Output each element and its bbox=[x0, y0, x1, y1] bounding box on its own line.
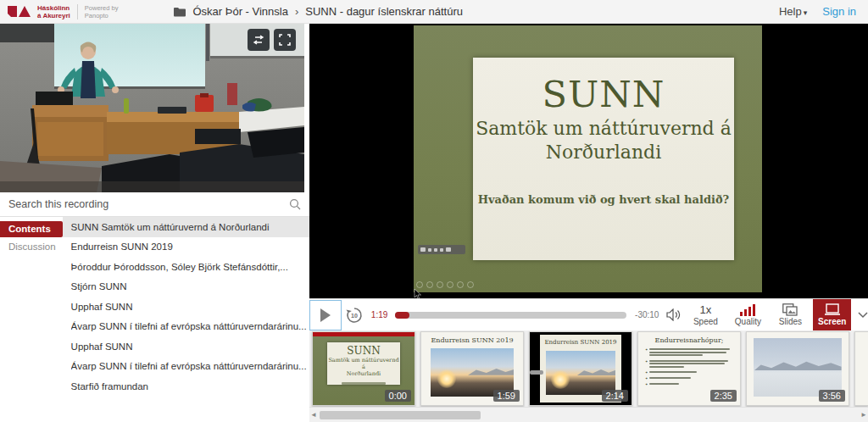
nav-dot bbox=[416, 281, 423, 288]
breadcrumb: Óskar Þór - Vinnsla › SUNN - dagur íslen… bbox=[174, 5, 463, 18]
thumbnail-sunset-photo bbox=[546, 351, 616, 395]
chapter-row[interactable]: Ávarp SUNN í tilefni af evrópska náttúru… bbox=[63, 317, 347, 337]
tab-discussion[interactable]: Discussion bbox=[0, 239, 63, 255]
play-button[interactable] bbox=[309, 300, 342, 330]
breadcrumb-folder-link[interactable]: Óskar Þór - Vinnsla bbox=[192, 5, 287, 18]
thumbnail-slide-title: Endurreisnarhópur; bbox=[638, 336, 740, 344]
nav-dot bbox=[426, 281, 433, 288]
thumbnail-slide-card: SUNN Samtök um náttúruvernd á Norðurland… bbox=[327, 342, 400, 385]
volume-icon bbox=[666, 308, 682, 321]
volume-button[interactable] bbox=[664, 308, 684, 321]
thumbnail-slide-textline bbox=[342, 382, 386, 385]
screen-stream-button[interactable]: Screen bbox=[813, 299, 851, 331]
scroll-right-arrow[interactable]: ► bbox=[860, 411, 868, 419]
university-logo[interactable]: Háskólinn á Akureyri Powered by Panopto bbox=[0, 4, 118, 19]
screen-label: Screen bbox=[818, 317, 846, 326]
chapter-title: Starfið framundan bbox=[71, 381, 307, 391]
thumbnail-timestamp: 2:35 bbox=[710, 390, 737, 402]
speed-control[interactable]: 1x Speed bbox=[690, 304, 721, 326]
chapter-title: Ávarp SUNN í tilefni af evrópska náttúru… bbox=[71, 361, 307, 371]
chapter-row[interactable]: Ávarp SUNN í tilefni af evrópska náttúru… bbox=[63, 357, 347, 377]
chapter-title: SUNN Samtök um náttúruvernd á Norðurland… bbox=[71, 222, 312, 232]
chapter-title: Upphaf SUNN bbox=[71, 341, 312, 352]
powered-by-panopto: Powered by Panopto bbox=[85, 4, 119, 19]
current-slide-video: SUNN Samtök um náttúruvernd á Norðurland… bbox=[414, 25, 762, 292]
slides-control[interactable]: Slides bbox=[775, 303, 805, 326]
selected-indicator bbox=[313, 332, 415, 336]
filmstrip-thumbnail[interactable]: Endurreisnarhópur; ✦ ✦ ✦ ✦ ✦ 2:35 bbox=[637, 331, 741, 406]
thumbnail-winter-photo bbox=[754, 338, 841, 397]
quality-label: Quality bbox=[735, 317, 761, 326]
progress-bar[interactable] bbox=[395, 312, 626, 319]
playback-controls: 10 1:19 -30:10 1x Speed Quali bbox=[309, 298, 868, 330]
speed-label: Speed bbox=[693, 317, 718, 326]
scrollbar-thumb[interactable] bbox=[320, 411, 481, 419]
breadcrumb-current-session: SUNN - dagur íslenskrar náttúru bbox=[305, 5, 463, 18]
current-time: 1:19 bbox=[371, 310, 389, 319]
presentation-mini-toolbar bbox=[418, 245, 465, 254]
slide-question: Hvaðan komum við og hvert skal haldið? bbox=[478, 193, 729, 206]
slide-subtitle: Samtök um náttúruvernd á Norðurlandi bbox=[473, 117, 734, 164]
scroll-left-arrow[interactable]: ◄ bbox=[309, 411, 318, 419]
chapter-row[interactable]: Þóroddur Þóroddsson, Sóley Björk Stefáns… bbox=[63, 257, 347, 277]
contents-area: Contents Discussion SUNN Samtök um náttú… bbox=[0, 217, 309, 422]
slide-filmstrip: SUNN Samtök um náttúruvernd á Norðurland… bbox=[309, 330, 868, 407]
screen-icon bbox=[824, 303, 841, 316]
filmstrip-thumbnail[interactable]: 3:56 bbox=[746, 331, 849, 406]
search-input[interactable] bbox=[0, 192, 281, 216]
sun-glow bbox=[551, 370, 570, 389]
nav-dot bbox=[457, 281, 464, 288]
help-menu[interactable]: Help▾ bbox=[779, 5, 807, 18]
thumbnail-timestamp: 1:59 bbox=[493, 390, 520, 402]
mountain-silhouette bbox=[468, 366, 514, 375]
tab-contents[interactable]: Contents bbox=[0, 221, 63, 237]
slide-title: SUNN bbox=[542, 73, 665, 115]
filmstrip-thumbnail[interactable]: SUNN Samtök um náttúruvernd á Norðurland… bbox=[312, 331, 415, 406]
university-logo-icon bbox=[7, 4, 32, 19]
thumbnail-slide-title: Endurreisn SUNN 2019 bbox=[540, 339, 621, 346]
mountain-ridge bbox=[754, 358, 841, 370]
nav-dot bbox=[437, 281, 443, 288]
top-bar: Háskólinn á Akureyri Powered by Panopto … bbox=[0, 0, 868, 24]
chapter-title: Stjórn SUNN bbox=[71, 281, 312, 292]
quality-bars-icon bbox=[740, 304, 755, 316]
thumbnail-slide-title: Endurreisn SUNN 2019 bbox=[421, 336, 523, 344]
speed-value: 1x bbox=[700, 304, 712, 316]
chapter-row[interactable]: Upphaf SUNN 9:32 bbox=[63, 336, 347, 357]
scrollbar-track[interactable] bbox=[318, 410, 860, 420]
filmstrip-thumbnail[interactable]: Endurreisn SUNN 2019 2:14 bbox=[529, 331, 632, 406]
rewind-10-button[interactable]: 10 bbox=[342, 300, 368, 330]
slides-label: Slides bbox=[779, 317, 802, 326]
chapter-row[interactable]: Endurreisn SUNN 2019 1:59 bbox=[63, 237, 347, 258]
preview-buttons bbox=[248, 29, 296, 51]
presenter-video-preview[interactable] bbox=[0, 24, 304, 192]
svg-text:10: 10 bbox=[352, 313, 359, 319]
fullscreen-button[interactable] bbox=[274, 29, 296, 51]
nav-dot bbox=[467, 281, 474, 288]
fullscreen-icon bbox=[279, 34, 291, 46]
search-row bbox=[0, 192, 309, 217]
filmstrip-thumbnail-partial[interactable] bbox=[854, 331, 868, 406]
quality-control[interactable]: Quality bbox=[732, 304, 763, 326]
toolbar-glyph bbox=[420, 247, 426, 252]
thumbnail-slide-subtitle: Samtök um náttúruvernd á Norðurlandi bbox=[327, 357, 400, 377]
search-button[interactable] bbox=[281, 198, 309, 210]
chapter-row[interactable]: Upphaf SUNN 7:04 bbox=[63, 297, 347, 317]
sign-in-link[interactable]: Sign in bbox=[822, 5, 856, 18]
toolbar-glyph bbox=[440, 248, 443, 252]
toolbar-glyph bbox=[434, 248, 437, 252]
main-video-stage[interactable]: SUNN Samtök um náttúruvernd á Norðurland… bbox=[309, 24, 868, 298]
swap-icon bbox=[252, 35, 265, 45]
thumbnail-timestamp: 0:00 bbox=[385, 390, 411, 402]
thumbnail-progress-marker bbox=[530, 370, 543, 375]
thumbnail-timestamp: 3:56 bbox=[819, 390, 845, 402]
panopto-viewer: Háskólinn á Akureyri Powered by Panopto … bbox=[0, 0, 868, 422]
swap-streams-button[interactable] bbox=[248, 29, 270, 51]
chapter-row[interactable]: Starfið framundan 16:15 bbox=[63, 376, 347, 397]
remaining-time: -30:10 bbox=[635, 310, 659, 319]
chapter-row[interactable]: Stjórn SUNN 4:33 bbox=[63, 277, 347, 297]
more-streams-button[interactable] bbox=[858, 312, 868, 319]
chapter-row[interactable]: SUNN Samtök um náttúruvernd á Norðurland… bbox=[63, 217, 347, 237]
chapter-list: SUNN Samtök um náttúruvernd á Norðurland… bbox=[63, 217, 347, 422]
filmstrip-thumbnail[interactable]: Endurreisn SUNN 2019 1:59 bbox=[420, 331, 524, 406]
